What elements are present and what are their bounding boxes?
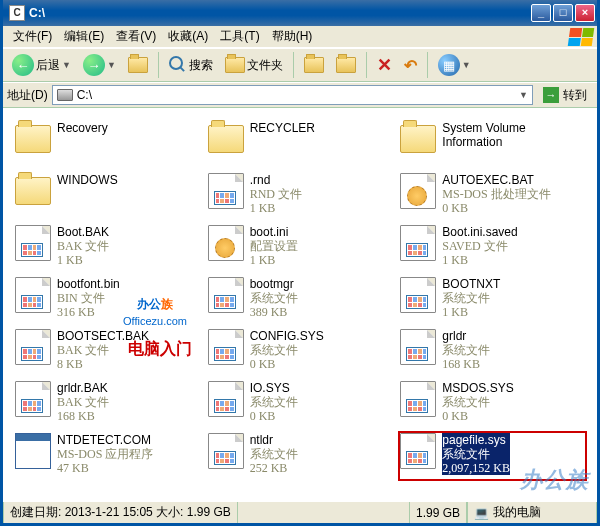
moveto-button[interactable] bbox=[299, 54, 329, 76]
back-button[interactable]: ← 后退 ▼ bbox=[7, 51, 76, 79]
chevron-down-icon: ▼ bbox=[62, 60, 71, 70]
file-item[interactable]: Boot.BAKBAK 文件1 KB bbox=[13, 223, 202, 273]
file-icon bbox=[400, 329, 436, 365]
file-icon bbox=[400, 277, 436, 313]
file-pane[interactable]: RecoveryRECYCLERSystem Volume Informatio… bbox=[3, 108, 597, 501]
views-icon: ▦ bbox=[438, 54, 460, 76]
chevron-down-icon: ▼ bbox=[107, 60, 116, 70]
forward-button[interactable]: → ▼ bbox=[78, 51, 121, 79]
menubar: 文件(F) 编辑(E) 查看(V) 收藏(A) 工具(T) 帮助(H) bbox=[3, 26, 597, 48]
explorer-window: C C:\ _ □ × 文件(F) 编辑(E) 查看(V) 收藏(A) 工具(T… bbox=[0, 0, 600, 526]
file-label: Recovery bbox=[57, 121, 108, 135]
file-item[interactable]: BOOTSECT.BAKBAK 文件8 KB bbox=[13, 327, 202, 377]
separator bbox=[366, 52, 367, 78]
folder-icon bbox=[400, 125, 436, 153]
windows-logo-icon bbox=[568, 28, 595, 46]
go-button[interactable]: → 转到 bbox=[537, 85, 593, 106]
file-label: bootfont.binBIN 文件316 KB bbox=[57, 277, 120, 319]
file-item[interactable]: AUTOEXEC.BATMS-DOS 批处理文件0 KB bbox=[398, 171, 587, 221]
folders-icon bbox=[225, 57, 245, 73]
separator bbox=[158, 52, 159, 78]
file-item[interactable]: .rndRND 文件1 KB bbox=[206, 171, 395, 221]
folders-label: 文件夹 bbox=[247, 57, 283, 74]
file-item[interactable]: System Volume Information bbox=[398, 119, 587, 169]
status-left: 创建日期: 2013-1-21 15:05 大小: 1.99 GB bbox=[3, 502, 238, 523]
undo-icon: ↶ bbox=[404, 56, 417, 75]
file-item[interactable]: RECYCLER bbox=[206, 119, 395, 169]
file-item[interactable]: NTDETECT.COMMS-DOS 应用程序47 KB bbox=[13, 431, 202, 481]
folder-up-icon bbox=[128, 57, 148, 73]
menu-file[interactable]: 文件(F) bbox=[7, 26, 58, 47]
file-item[interactable]: Recovery bbox=[13, 119, 202, 169]
file-label: grldr.BAKBAK 文件168 KB bbox=[57, 381, 109, 423]
file-icon bbox=[15, 381, 51, 417]
titlebar[interactable]: C C:\ _ □ × bbox=[3, 0, 597, 26]
maximize-button[interactable]: □ bbox=[553, 4, 573, 22]
file-label: CONFIG.SYS系统文件0 KB bbox=[250, 329, 324, 371]
folders-button[interactable]: 文件夹 bbox=[220, 54, 288, 77]
copyto-icon bbox=[336, 57, 356, 73]
moveto-icon bbox=[304, 57, 324, 73]
file-item[interactable]: WINDOWS bbox=[13, 171, 202, 221]
file-item[interactable]: BOOTNXT系统文件1 KB bbox=[398, 275, 587, 325]
file-label: ntldr系统文件252 KB bbox=[250, 433, 298, 475]
file-icon bbox=[15, 329, 51, 365]
file-label: .rndRND 文件1 KB bbox=[250, 173, 302, 215]
file-item[interactable]: grldr.BAKBAK 文件168 KB bbox=[13, 379, 202, 429]
toolbar: ← 后退 ▼ → ▼ 搜索 文件夹 ✕ ↶ ▦ ▼ bbox=[3, 48, 597, 82]
file-item[interactable]: CONFIG.SYS系统文件0 KB bbox=[206, 327, 395, 377]
back-label: 后退 bbox=[36, 57, 60, 74]
menu-view[interactable]: 查看(V) bbox=[110, 26, 162, 47]
up-button[interactable] bbox=[123, 54, 153, 76]
file-icon bbox=[208, 433, 244, 469]
file-icon bbox=[208, 173, 244, 209]
file-label: pagefile.sys系统文件2,097,152 KB bbox=[442, 433, 510, 475]
menu-favorites[interactable]: 收藏(A) bbox=[162, 26, 214, 47]
drive-icon: C bbox=[9, 5, 25, 21]
file-label: NTDETECT.COMMS-DOS 应用程序47 KB bbox=[57, 433, 153, 475]
file-item[interactable]: MSDOS.SYS系统文件0 KB bbox=[398, 379, 587, 429]
file-item[interactable]: IO.SYS系统文件0 KB bbox=[206, 379, 395, 429]
file-label: BOOTSECT.BAKBAK 文件8 KB bbox=[57, 329, 149, 371]
file-icon bbox=[15, 433, 51, 469]
file-item[interactable]: bootmgr系统文件389 KB bbox=[206, 275, 395, 325]
file-icon bbox=[400, 381, 436, 417]
menu-tools[interactable]: 工具(T) bbox=[214, 26, 265, 47]
separator bbox=[293, 52, 294, 78]
delete-x-icon: ✕ bbox=[377, 54, 392, 76]
file-item[interactable]: boot.ini配置设置1 KB bbox=[206, 223, 395, 273]
file-icon bbox=[208, 329, 244, 365]
menu-help[interactable]: 帮助(H) bbox=[266, 26, 319, 47]
file-item[interactable]: bootfont.binBIN 文件316 KB bbox=[13, 275, 202, 325]
file-icon bbox=[400, 225, 436, 261]
file-item[interactable]: grldr系统文件168 KB bbox=[398, 327, 587, 377]
file-icon bbox=[400, 433, 436, 469]
address-bar: 地址(D) C:\ ▼ → 转到 bbox=[3, 82, 597, 108]
file-label: RECYCLER bbox=[250, 121, 315, 135]
menu-edit[interactable]: 编辑(E) bbox=[58, 26, 110, 47]
window-title: C:\ bbox=[29, 6, 531, 20]
file-item[interactable]: ntldr系统文件252 KB bbox=[206, 431, 395, 481]
file-label: MSDOS.SYS系统文件0 KB bbox=[442, 381, 513, 423]
forward-arrow-icon: → bbox=[83, 54, 105, 76]
copyto-button[interactable] bbox=[331, 54, 361, 76]
file-label: Boot.BAKBAK 文件1 KB bbox=[57, 225, 109, 267]
search-icon bbox=[169, 56, 187, 74]
address-value: C:\ bbox=[77, 88, 92, 102]
file-item[interactable]: Boot.ini.savedSAVED 文件1 KB bbox=[398, 223, 587, 273]
close-button[interactable]: × bbox=[575, 4, 595, 22]
views-button[interactable]: ▦ ▼ bbox=[433, 51, 476, 79]
delete-button[interactable]: ✕ bbox=[372, 51, 397, 79]
folder-icon bbox=[208, 125, 244, 153]
status-location: 💻我的电脑 bbox=[467, 502, 597, 523]
file-label: bootmgr系统文件389 KB bbox=[250, 277, 298, 319]
go-label: 转到 bbox=[563, 87, 587, 104]
file-item[interactable]: pagefile.sys系统文件2,097,152 KB bbox=[398, 431, 587, 481]
search-button[interactable]: 搜索 bbox=[164, 53, 218, 77]
file-label: AUTOEXEC.BATMS-DOS 批处理文件0 KB bbox=[442, 173, 550, 215]
address-input[interactable]: C:\ ▼ bbox=[52, 85, 533, 105]
file-icon bbox=[15, 277, 51, 313]
undo-button[interactable]: ↶ bbox=[399, 53, 422, 78]
minimize-button[interactable]: _ bbox=[531, 4, 551, 22]
chevron-down-icon[interactable]: ▼ bbox=[519, 90, 528, 100]
